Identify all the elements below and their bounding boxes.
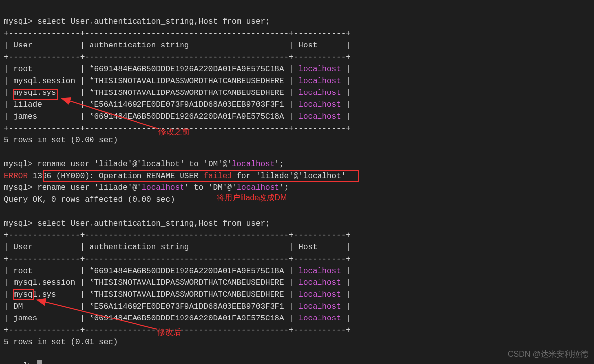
table-row: | mysql.sys | *THISISNOTAVALIDPASSWORDTH… — [4, 290, 351, 299]
sql-query: select User,authentication_string,Host f… — [37, 219, 270, 228]
prompt: mysql> — [4, 183, 33, 192]
cursor-icon[interactable] — [37, 360, 42, 364]
table-row: | mysql.session | *THISISNOTAVALIDPASSWO… — [4, 278, 351, 287]
table-row: | root | *6691484EA6B50DDDE1926A220DA01F… — [4, 65, 351, 74]
prompt: mysql> — [4, 160, 33, 169]
highlight-box-dm — [13, 289, 34, 300]
sql-query: select User,authentication_string,Host f… — [37, 17, 270, 26]
result-summary: 5 rows in set (0.01 sec) — [4, 338, 118, 347]
table-row: | root | *6691484EA6B50DDDE1926A220DA01F… — [4, 267, 351, 275]
table-row: | james | *6691484EA6B50DDDE1926A220DA01… — [4, 314, 351, 323]
table-row: | DM | *E56A114692FE0DE073F9A1DD68A00EEB… — [4, 302, 351, 311]
prompt: mysql> — [4, 362, 33, 364]
annotation-after: 修改后 — [157, 326, 181, 338]
table-divider: +---------------+-----------------------… — [4, 29, 351, 38]
table-row: | mysql.session | *THISISNOTAVALIDPASSWO… — [4, 77, 351, 86]
watermark: CSDN @达米安利拉德 — [508, 348, 588, 360]
annotation-before: 修改之前 — [158, 126, 190, 137]
table-header: | User | authentication_string | Host | — [4, 243, 351, 252]
table-divider: +---------------+-----------------------… — [4, 53, 351, 62]
rename-stmt: rename user 'lilade'@'localhot' to 'DM'@… — [37, 160, 284, 169]
table-divider: +---------------+-----------------------… — [4, 231, 351, 240]
annotation-rename-note: 将用户lilade改成DM — [217, 192, 287, 204]
highlight-box-rename — [43, 170, 359, 182]
terminal-output: mysql> select User,authentication_string… — [4, 4, 590, 364]
table-divider: +---------------+-----------------------… — [4, 255, 351, 264]
rename-stmt-ok: rename user 'lilade'@'localhost' to 'DM'… — [37, 183, 289, 192]
highlight-box-lilade — [13, 89, 58, 100]
table-row: | james | *6691484EA6B50DDDE1926A220DA01… — [4, 112, 351, 121]
table-row: | lilade | *E56A114692FE0DE073F9A1DD68A0… — [4, 100, 351, 109]
result-summary: 5 rows in set (0.00 sec) — [4, 136, 118, 145]
table-header: | User | authentication_string | Host | — [4, 41, 351, 50]
prompt: mysql> — [4, 219, 33, 228]
prompt: mysql> — [4, 17, 33, 26]
query-ok: Query OK, 0 rows affected (0.00 sec) — [4, 195, 175, 204]
